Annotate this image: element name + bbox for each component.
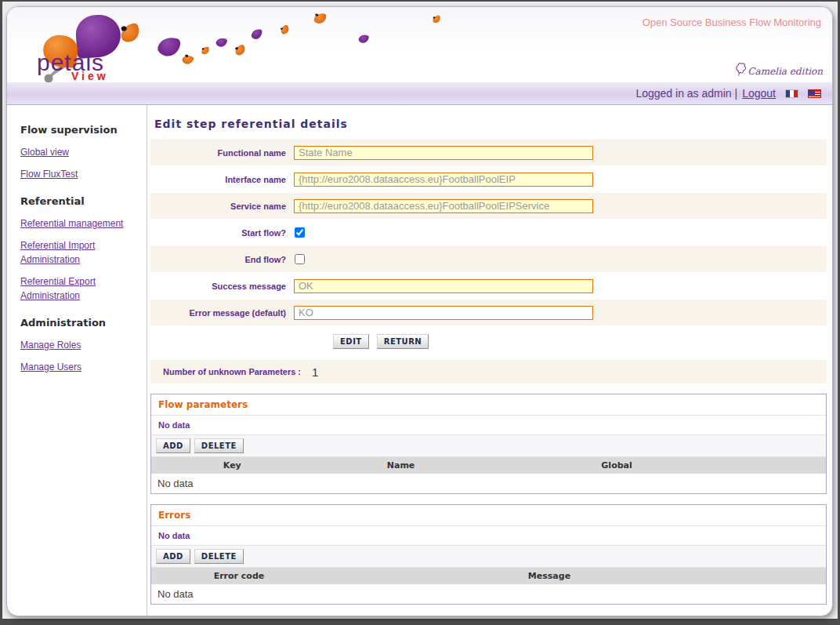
form-row-service-name: Service name: [150, 193, 827, 219]
user-bar: Logged in as admin | Logout: [7, 82, 832, 105]
form-row-interface-name: Interface name: [150, 166, 827, 192]
sidebar-navigation: Flow supervision Global view Flow FluxTe…: [7, 105, 147, 382]
main-panel: Edit step referential details Functional…: [147, 105, 832, 616]
flow-parameters-empty-row: No data: [151, 474, 826, 493]
sidebar-item-global-view[interactable]: Global view: [20, 145, 140, 159]
flow-parameters-status: No data: [151, 416, 826, 435]
start-flow-label: Start flow?: [150, 228, 294, 238]
sidebar-item-referential-export[interactable]: Referential Export Administration: [20, 274, 140, 303]
service-name-label: Service name: [150, 202, 294, 211]
flow-parameters-header-row: Key Name Global: [151, 457, 826, 474]
logo-sub-text: View: [71, 70, 109, 82]
page-title: Edit step referential details: [154, 118, 827, 130]
site-header: petals View Open Source Business Flow Mo…: [7, 7, 832, 82]
form-row-error-message: Error message (default): [150, 300, 827, 325]
petal-decoration-icon: [234, 44, 246, 56]
footer-text: .: [219, 614, 827, 616]
column-header-key: Key: [151, 457, 313, 474]
end-flow-label: End flow?: [150, 255, 294, 264]
logged-in-text: Logged in as admin |: [635, 87, 737, 100]
sidebar-section-flow-supervision: Flow supervision: [20, 124, 140, 136]
errors-header-row: Error code Message: [151, 568, 826, 584]
sidebar-item-referential-management[interactable]: Referential management: [20, 216, 140, 231]
service-name-input[interactable]: [294, 199, 593, 213]
form-row-functional-name: Functional name: [150, 140, 827, 165]
errors-status: No data: [151, 526, 826, 546]
flow-parameters-title: Flow parameters: [151, 394, 826, 416]
errors-actions: ADD DELETE: [151, 546, 826, 568]
sidebar-item-manage-users[interactable]: Manage Users: [20, 360, 140, 374]
start-flow-checkbox[interactable]: [295, 227, 305, 238]
error-message-input[interactable]: [294, 306, 593, 320]
petal-decoration-icon: [358, 34, 370, 45]
page-background: petals View Open Source Business Flow Mo…: [2, 2, 838, 619]
column-header-error-code: Error code: [151, 568, 327, 584]
edition-label: Camelia edition: [735, 62, 823, 77]
errors-empty-cell: No data: [151, 584, 826, 604]
flow-parameters-delete-button[interactable]: DELETE: [194, 438, 244, 453]
flow-parameters-empty-cell: No data: [151, 474, 826, 493]
errors-add-button[interactable]: ADD: [156, 549, 190, 564]
errors-delete-button[interactable]: DELETE: [194, 549, 244, 564]
interface-name-input[interactable]: [294, 173, 593, 187]
column-header-global: Global: [488, 457, 744, 474]
sidebar-section-administration: Administration: [20, 317, 140, 329]
errors-title: Errors: [151, 505, 826, 526]
unknown-parameters-row: Number of unknown Parameters : 1: [150, 360, 827, 383]
column-header-message: Message: [327, 568, 772, 584]
errors-table: Error code Message No data: [151, 568, 826, 604]
return-button[interactable]: RETURN: [377, 334, 429, 349]
petals-view-logo: petals View: [37, 10, 154, 82]
sidebar-item-flow-fluxtest[interactable]: Flow FluxTest: [20, 167, 140, 181]
form-row-start-flow: Start flow?: [150, 220, 827, 245]
unknown-parameters-label: Number of unknown Parameters :: [150, 367, 301, 376]
error-message-label: Error message (default): [150, 308, 294, 318]
page-card: petals View Open Source Business Flow Mo…: [6, 6, 833, 616]
flow-parameters-add-button[interactable]: ADD: [156, 438, 190, 453]
functional-name-input[interactable]: [294, 146, 593, 160]
success-message-input[interactable]: [294, 279, 593, 293]
camelia-flower-icon: [735, 62, 747, 77]
errors-empty-row: No data: [151, 584, 826, 604]
browser-viewport: petals View Open Source Business Flow Mo…: [0, 0, 840, 625]
petal-decoration-icon: [215, 36, 227, 49]
petal-decoration-icon: [156, 35, 181, 59]
french-flag-icon[interactable]: [785, 89, 798, 98]
interface-name-label: Interface name: [150, 175, 294, 184]
flow-parameters-section: Flow parameters No data ADD DELETE Key: [150, 394, 827, 494]
form-row-end-flow: End flow?: [150, 246, 827, 272]
errors-section: Errors No data ADD DELETE Error code M: [150, 504, 827, 605]
success-message-label: Success message: [150, 282, 294, 291]
petal-decoration-icon: [201, 46, 209, 54]
edition-text: Camelia edition: [748, 66, 823, 77]
column-header-name: Name: [313, 457, 489, 474]
sidebar-item-manage-roles[interactable]: Manage Roles: [20, 338, 140, 352]
petal-decoration-icon: [432, 15, 440, 24]
petal-decoration-icon: [279, 24, 290, 35]
edit-button[interactable]: EDIT: [333, 334, 369, 349]
logout-link[interactable]: Logout: [742, 87, 776, 100]
petal-decoration-icon: [313, 13, 326, 24]
petal-decoration-icon: [251, 28, 262, 40]
column-header-empty: [745, 457, 826, 474]
column-header-empty: [772, 568, 826, 584]
sidebar-section-referential: Referential: [20, 195, 140, 207]
functional-name-label: Functional name: [150, 148, 294, 158]
site-tagline: Open Source Business Flow Monitoring: [643, 16, 821, 28]
flow-parameters-table: Key Name Global No data: [151, 457, 826, 493]
content-area: Flow supervision Global view Flow FluxTe…: [7, 105, 832, 616]
form-actions: EDIT RETURN: [150, 326, 827, 352]
flow-parameters-actions: ADD DELETE: [151, 435, 826, 457]
sidebar-item-referential-import[interactable]: Referential Import Administration: [20, 238, 140, 267]
unknown-parameters-value: 1: [312, 365, 318, 379]
petal-decoration-icon: [181, 53, 194, 67]
end-flow-checkbox[interactable]: [295, 254, 305, 264]
us-flag-icon[interactable]: [808, 89, 821, 98]
form-row-success-message: Success message: [150, 273, 827, 299]
